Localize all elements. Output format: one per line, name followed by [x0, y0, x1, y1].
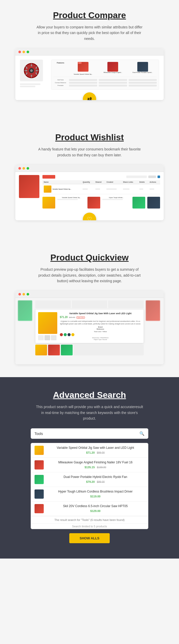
qv-paper-type: Paper Type: Round — [60, 339, 141, 340]
compare-inner: Features NEW Variable Speed Orbital Jig.… — [20, 60, 159, 90]
wishlist-filter — [148, 176, 156, 178]
wishlist-table: Name Quantity Shared Created Share Links… — [42, 180, 160, 194]
result-prices-1: $71.20 $89.00 — [46, 450, 144, 455]
advanced-search-section: Advanced Search This product search will… — [0, 377, 179, 559]
wishlist-thumbs-row: Variable Speed Orbital Jig... Hyper Toug… — [42, 197, 160, 209]
wishlist-toggle — [158, 176, 160, 178]
result-price-4: $119.00 — [90, 495, 100, 498]
col-share-links: Share Links — [122, 180, 138, 184]
wishlist-title: Product Wishlist — [15, 132, 164, 142]
result-price-2: $135.15 — [85, 466, 95, 469]
wishlist-product-image-container — [19, 175, 39, 198]
quickview-popup-card: Variable Speed Orbital Jig Saw With Lase… — [35, 309, 144, 343]
col-delete: Delete — [138, 180, 148, 184]
browser-dot-yellow-q — [23, 293, 25, 296]
quickview-popup-info: Variable Speed Orbital Jig Saw With Lase… — [60, 312, 141, 340]
svg-point-2 — [30, 69, 33, 72]
wishlist-item-title-1: Variable Speed Orbital Jig... — [52, 188, 71, 190]
qv-bottom-2 — [48, 345, 60, 355]
search-input-container: 🔍 — [31, 428, 148, 439]
compare-swap-button[interactable]: ⇄ — [83, 92, 96, 100]
quickview-popup-product-img — [38, 312, 57, 334]
compare-header-row: Features NEW Variable Speed Orbital Jig.… — [53, 62, 157, 77]
search-result-4: Hyper Tough Lithium Cordless Brushless I… — [31, 487, 148, 501]
qv-open-box: Open Box — [76, 316, 85, 319]
browser-dot-yellow-w — [23, 167, 25, 170]
result-price-old-1: $89.00 — [97, 451, 105, 454]
result-price-1: $71.20 — [86, 451, 95, 454]
search-result-3: Dual Power Portable Hybrid Electric Ryob… — [31, 472, 148, 487]
result-img-2 — [35, 460, 44, 470]
swatch-red[interactable] — [60, 333, 63, 336]
result-img-4 — [35, 489, 44, 499]
quickview-layout: Variable Speed Orbital Jig Saw With Lase… — [18, 300, 161, 355]
quickview-bg-row — [35, 300, 144, 308]
features-label: Features — [53, 62, 68, 75]
compare-browser-bar — [15, 49, 164, 56]
qv-swatches — [60, 333, 141, 336]
qv-mini-1 — [38, 335, 44, 340]
result-title-3: Dual Power Portable Hybrid Electric Ryob… — [46, 475, 144, 479]
wishlist-heart-button[interactable]: ♡ — [83, 213, 96, 220]
result-price-old-3: $99.00 — [97, 481, 105, 483]
compare-title: Product Compare — [15, 10, 164, 20]
compare-product-img-2 — [107, 62, 118, 72]
circular-saw-svg — [21, 62, 42, 80]
search-input[interactable] — [35, 432, 137, 436]
qv-mini-3 — [51, 335, 57, 340]
result-img-1 — [35, 446, 44, 455]
compare-description: Allow your buyers to compare items with … — [36, 24, 143, 41]
browser-dot-red-w — [18, 167, 21, 170]
wishlist-table-container: Name Quantity Shared Created Share Links… — [42, 175, 160, 209]
quickview-section: Product Quickview Product preview pop-up… — [0, 242, 179, 377]
result-info-4: Hyper Tough Lithium Cordless Brushless I… — [46, 490, 144, 498]
compare-browser: Features NEW Variable Speed Orbital Jig.… — [15, 49, 164, 100]
wishlist-thumb-title-2: Hyper Tough Infinite... — [102, 197, 130, 198]
quickview-mockup: Variable Speed Orbital Jig Saw With Lase… — [15, 291, 164, 364]
qv-dimension: Dimension: 400x500mm — [60, 337, 141, 339]
browser-dot-yellow — [23, 51, 25, 53]
compare-product-title-2: Milwaukee Gauge Angled... — [99, 72, 127, 73]
heart-icon: ♡ — [87, 216, 92, 220]
show-all-button[interactable]: SHOW ALLS — [69, 533, 110, 543]
search-result-1: Variable Speed Orbital Jig Saw with Lase… — [31, 443, 148, 458]
col-created: Created — [105, 180, 121, 184]
result-prices-5: $129.00 — [46, 508, 144, 513]
result-title-5: Skil 20V Cordless 6.5-inch Circular Saw … — [46, 504, 144, 508]
result-title-2: Milwaukee Gauge Angled Finishing Nailer … — [46, 461, 144, 464]
quickview-thumb-row — [38, 335, 57, 340]
wishlist-item-img-1 — [44, 185, 51, 193]
quickview-right-col — [146, 300, 161, 355]
result-info-3: Dual Power Portable Hybrid Electric Ryob… — [46, 475, 144, 484]
swatch-green[interactable] — [64, 333, 67, 336]
qv-bottom-3 — [61, 345, 73, 355]
wishlist-browser-bar — [15, 165, 164, 172]
quickview-title: Product Quickview — [15, 253, 164, 263]
quickview-bottom-thumbs — [35, 345, 144, 355]
wishlist-browser: Name Quantity Shared Created Share Links… — [15, 165, 164, 220]
browser-dot-red-q — [18, 293, 21, 296]
result-price-3: $79.20 — [86, 480, 95, 483]
qv-mini-2 — [44, 335, 50, 340]
result-prices-2: $135.15 $169.00 — [46, 465, 144, 469]
compare-product-img-3 — [137, 62, 148, 72]
search-result-note: The result search for "Tools" (6 results… — [31, 516, 148, 523]
swatch-dark[interactable] — [68, 333, 71, 336]
wishlist-inner: Name Quantity Shared Created Share Links… — [19, 175, 160, 209]
qv-product-title: Variable Speed Orbital Jig Saw With Lase… — [60, 312, 141, 315]
advanced-search-description: This product search will provide you wit… — [36, 404, 143, 421]
result-img-5 — [35, 504, 44, 513]
quickview-description: Product preview pop-up facilitates buyer… — [36, 267, 143, 284]
swatch-yellow[interactable] — [71, 333, 74, 336]
browser-dot-green — [27, 51, 29, 53]
compare-product-badge-1: NEW — [78, 62, 82, 64]
wishlist-thumb-3 — [132, 197, 145, 209]
compare-right-side: Features NEW Variable Speed Orbital Jig.… — [51, 60, 159, 90]
wishlist-main-product-img — [19, 175, 39, 198]
browser-dot-green-q — [27, 293, 29, 296]
qv-left-product-1 — [18, 300, 32, 321]
search-limit-note: Search limited to 5 products — [31, 523, 148, 529]
quickview-content-area: Variable Speed Orbital Jig Saw With Lase… — [15, 298, 164, 364]
quickview-left-col — [18, 300, 33, 355]
quickview-popup-left — [38, 312, 57, 340]
